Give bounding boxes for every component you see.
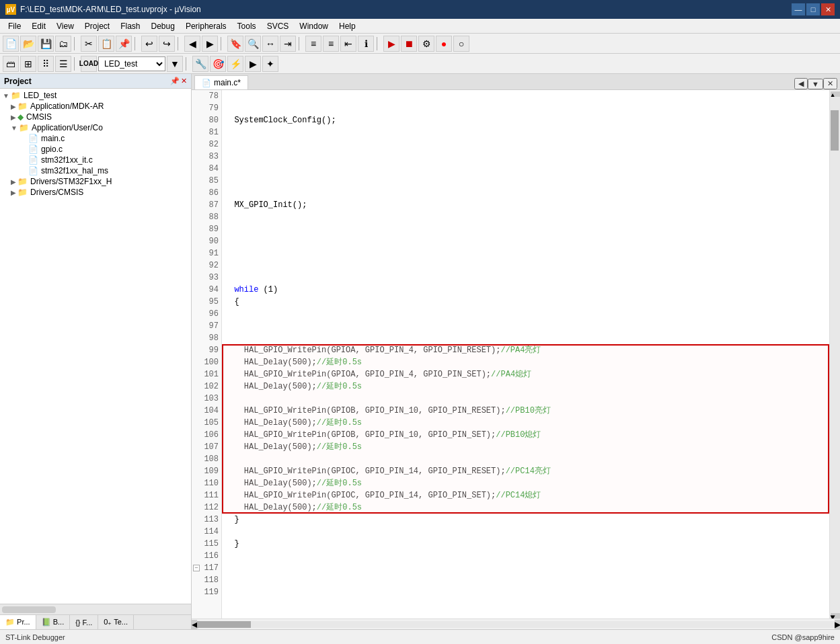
vscroll-thumb[interactable] [831,110,839,151]
collapse-btn-117[interactable]: − [193,565,200,571]
tab-templates[interactable]: 0₊ Te... [98,615,134,629]
tab-functions[interactable]: {} F... [70,615,98,629]
tab-close-button[interactable]: ✕ [823,78,837,89]
maximize-button[interactable]: □ [806,3,820,15]
menu-item-edit[interactable]: Edit [26,20,51,32]
code-line-97 [225,320,827,332]
hscroll-left-button[interactable]: ◀ [192,620,197,629]
code-content[interactable]: SystemClock_Config(); MX_GPIO_Init(); wh… [222,90,829,618]
search-button[interactable]: 🔍 [245,36,261,52]
close-button[interactable]: ✕ [821,3,835,15]
tree-item-main-c[interactable]: 📄 main.c [0,133,191,144]
minimize-button[interactable]: — [792,3,805,15]
editor-tab-main-c[interactable]: 📄 main.c* [194,75,248,89]
code-line-81 [225,126,827,138]
target-select[interactable]: LED_test [98,56,165,71]
menu-item-debug[interactable]: Debug [146,20,180,32]
status-bar: ST-Link Debugger CSDN @sapp9hire [0,629,840,644]
line-num-108: 108 [192,453,221,465]
undo-button[interactable]: ↩ [141,36,157,52]
line-num-95: 95 [192,296,221,308]
replace-button[interactable]: ↔ [262,36,278,52]
paste-button[interactable]: 📌 [116,36,132,52]
debug-button[interactable]: ▶ [383,36,399,52]
redo-button[interactable]: ↪ [159,36,175,52]
new-file-button[interactable]: 📄 [3,36,19,52]
copy-button[interactable]: 📋 [98,36,114,52]
menu-item-tools[interactable]: Tools [232,20,262,32]
line-num-99: 99 [192,344,221,356]
tab-books[interactable]: 📗 B... [36,615,71,629]
stop-button[interactable]: ⏹ [401,36,417,52]
target2-button[interactable]: 🎯 [210,56,226,72]
vscroll-up-button[interactable]: ▲ [831,91,840,97]
hscroll-track [197,621,835,628]
tree-item-drivers-stm32[interactable]: ▶ 📁 Drivers/STM32F1xx_H [0,176,191,187]
record-button[interactable]: ● [436,36,452,52]
extra3-button[interactable]: ✦ [262,56,278,72]
hscroll-thumb[interactable] [197,621,251,628]
hscroll-right-button[interactable]: ▶ [835,620,840,629]
align-right-button[interactable]: ≡ [323,36,339,52]
dots-button[interactable]: ⠿ [38,56,54,72]
line-num-79: 79 [192,102,221,114]
indent-button[interactable]: ⇥ [280,36,296,52]
debug2-button[interactable]: 🔧 [192,56,208,72]
code-line-91 [225,247,827,259]
target-dropdown-button[interactable]: ▼ [167,56,183,72]
tree-item-gpio-c[interactable]: 📄 gpio.c [0,144,191,155]
tab-functions-label: {} F... [75,618,92,627]
tree-item-stm32-hal[interactable]: 📄 stm32f1xx_hal_ms [0,165,191,176]
tree-item-drivers-cmsis[interactable]: ▶ 📁 Drivers/CMSIS [0,187,191,198]
align-left-button[interactable]: ≡ [305,36,321,52]
code-line-118 [225,574,827,586]
menu-item-help[interactable]: Help [334,20,361,32]
tab-project[interactable]: 📁 Pr... [0,615,36,629]
bookmark-button[interactable]: 🔖 [227,36,243,52]
editor-vscroll[interactable]: ▲ ▼ [829,90,840,618]
tree-item-stm32-it[interactable]: 📄 stm32f1xx_it.c [0,155,191,165]
extra2-button[interactable]: ○ [453,36,469,52]
back-button[interactable]: ◀ [184,36,200,52]
info-button[interactable]: ℹ [358,36,374,52]
window-controls[interactable]: — □ ✕ [792,3,835,15]
menu-item-svcs[interactable]: SVCS [262,20,295,32]
line-num-78: 78 [192,90,221,102]
menu-item-window[interactable]: Window [294,20,334,32]
tree-item-cmsis[interactable]: ▶ ◆ CMSIS [0,112,191,122]
menu-item-peripherals[interactable]: Peripherals [180,20,232,32]
tree-item-app-mdk[interactable]: ▶ 📁 Application/MDK-AR [0,101,191,112]
menu-item-view[interactable]: View [51,20,79,32]
code-line-119 [225,586,827,598]
project-scrollbar[interactable] [0,604,191,614]
grid-button[interactable]: ⊞ [20,56,36,72]
menu-item-file[interactable]: File [3,20,26,32]
save-button[interactable]: 💾 [38,36,54,52]
menu-item-project[interactable]: Project [79,20,115,32]
code-line-107: HAL_Delay(500);//延时0.5s [225,441,827,453]
tree-item-app-user[interactable]: ▼ 📁 Application/User/Co [0,122,191,133]
tab-nav-left-button[interactable]: ◀ [794,78,808,89]
cut-button[interactable]: ✂ [81,36,97,52]
outdent-button[interactable]: ⇤ [340,36,356,52]
project-close-button[interactable]: ✕ [181,77,187,85]
code-line-80: SystemClock_Config(); [225,114,827,126]
extra1-button[interactable]: ⚙ [418,36,434,52]
layer-button[interactable]: 🗃 [3,56,19,72]
toolbar-separator-1 [74,37,78,50]
run2-button[interactable]: ▶ [245,56,261,72]
project-panel: Project 📌 ✕ ▼ 📁 LED_test ▶ 📁 Application… [0,74,192,629]
h-scrollbar-thumb[interactable] [2,606,56,613]
tree-item-led-test-root[interactable]: ▼ 📁 LED_test [0,90,191,101]
list-button[interactable]: ☰ [55,56,71,72]
tab-books-label: 📗 B... [42,618,65,627]
load-button[interactable]: LOAD [81,56,97,72]
forward-button[interactable]: ▶ [202,36,218,52]
project-pin-button[interactable]: 📌 [170,77,180,85]
vscroll-down-button[interactable]: ▼ [831,613,840,618]
open-file-button[interactable]: 📂 [20,36,36,52]
flash2-button[interactable]: ⚡ [227,56,243,72]
tab-nav-right-button[interactable]: ▼ [808,79,823,89]
save-all-button[interactable]: 🗂 [55,36,71,52]
menu-item-flash[interactable]: Flash [115,20,145,32]
